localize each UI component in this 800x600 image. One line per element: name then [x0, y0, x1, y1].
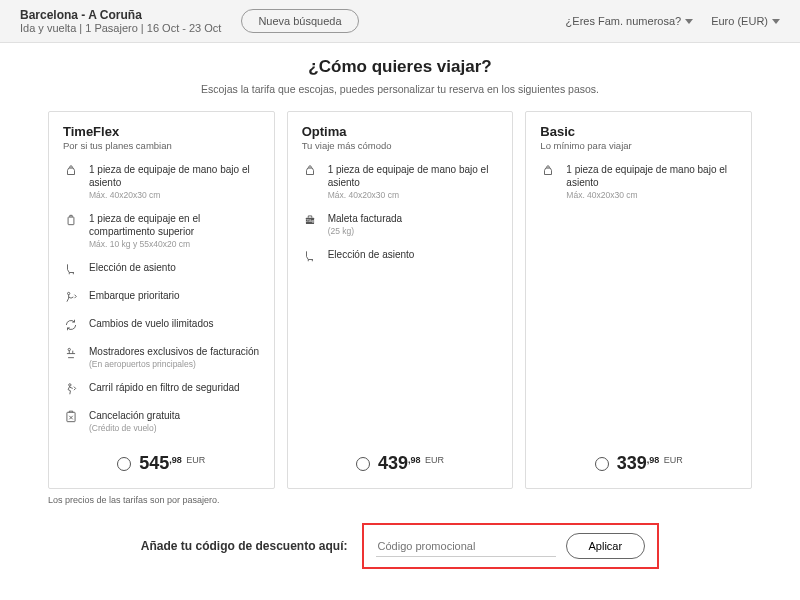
svg-text:25kg: 25kg: [306, 219, 314, 223]
promo-label: Añade tu código de descuento aquí:: [141, 539, 348, 553]
desk-icon: [63, 345, 79, 361]
page-title: ¿Cómo quieres viajar?: [48, 57, 752, 77]
topbar-right: ¿Eres Fam. numerosa? Euro (EUR): [566, 15, 780, 27]
seat-icon: [302, 248, 318, 264]
feature-row: Elección de asiento: [63, 261, 260, 277]
fare-card[interactable]: BasicLo mínimo para viajar1 pieza de equ…: [525, 111, 752, 489]
feature-text: 1 pieza de equipaje de mano bajo el asie…: [328, 163, 499, 189]
fast-lane-icon: [63, 381, 79, 397]
price-row[interactable]: 439,98 EUR: [302, 453, 499, 474]
bag-under-seat-icon: [302, 163, 318, 179]
feature-text: Embarque prioritario: [89, 289, 180, 302]
promo-section: Añade tu código de descuento aquí: Aplic…: [48, 523, 752, 569]
topbar-left: Barcelona - A Coruña Ida y vuelta | 1 Pa…: [20, 8, 359, 34]
fare-tagline: Por si tus planes cambian: [63, 140, 260, 151]
currency-label: Euro (EUR): [711, 15, 768, 27]
feature-row: 1 pieza de equipaje en el compartimento …: [63, 212, 260, 249]
fare-radio[interactable]: [356, 457, 370, 471]
feature-text: Maleta facturada: [328, 212, 403, 225]
fare-tagline: Lo mínimo para viajar: [540, 140, 737, 151]
feature-subtext: Máx. 10 kg y 55x40x20 cm: [89, 239, 260, 249]
feature-subtext: Máx. 40x20x30 cm: [328, 190, 499, 200]
changes-icon: [63, 317, 79, 333]
price-integer: 339: [617, 453, 647, 473]
feature-row: Embarque prioritario: [63, 289, 260, 305]
feature-text: 1 pieza de equipaje de mano bajo el asie…: [566, 163, 737, 189]
price-footnote: Los precios de las tarifas son por pasaj…: [48, 495, 752, 505]
svg-rect-0: [68, 217, 74, 225]
fare-card[interactable]: TimeFlexPor si tus planes cambian1 pieza…: [48, 111, 275, 489]
trip-route: Barcelona - A Coruña: [20, 8, 221, 22]
price-integer: 439: [378, 453, 408, 473]
priority-icon: [63, 289, 79, 305]
feature-row: 1 pieza de equipaje de mano bajo el asie…: [302, 163, 499, 200]
page-subtitle: Escojas la tarifa que escojas, puedes pe…: [48, 83, 752, 95]
large-family-label: ¿Eres Fam. numerosa?: [566, 15, 682, 27]
price-decimal: ,98: [408, 455, 421, 465]
trip-details: Ida y vuelta | 1 Pasajero | 16 Oct - 23 …: [20, 22, 221, 34]
feature-subtext: Máx. 40x20x30 cm: [566, 190, 737, 200]
svg-point-3: [69, 384, 71, 386]
fare-cards: TimeFlexPor si tus planes cambian1 pieza…: [48, 111, 752, 489]
fare-radio[interactable]: [117, 457, 131, 471]
seat-icon: [63, 261, 79, 277]
bag-under-seat-icon: [63, 163, 79, 179]
bag-under-seat-icon: [540, 163, 556, 179]
trip-summary: Barcelona - A Coruña Ida y vuelta | 1 Pa…: [20, 8, 221, 34]
feature-subtext: (En aeropuertos principales): [89, 359, 259, 369]
feature-text: Elección de asiento: [89, 261, 176, 274]
feature-row: 25kgMaleta facturada(25 kg): [302, 212, 499, 236]
svg-point-1: [68, 292, 70, 294]
price-currency: EUR: [664, 455, 683, 465]
price-row[interactable]: 545,98 EUR: [63, 453, 260, 474]
chevron-down-icon: [685, 19, 693, 24]
feature-subtext: (Crédito de vuelo): [89, 423, 180, 433]
svg-point-2: [68, 348, 70, 350]
cabin-bag-icon: [63, 212, 79, 228]
feature-row: Elección de asiento: [302, 248, 499, 264]
fare-name: TimeFlex: [63, 124, 260, 139]
feature-row: Cambios de vuelo ilimitados: [63, 317, 260, 333]
feature-text: 1 pieza de equipaje en el compartimento …: [89, 212, 260, 238]
feature-text: Mostradores exclusivos de facturación: [89, 345, 259, 358]
fare-card[interactable]: OptimaTu viaje más cómodo1 pieza de equi…: [287, 111, 514, 489]
feature-text: Cancelación gratuita: [89, 409, 180, 422]
apply-button[interactable]: Aplicar: [566, 533, 646, 559]
price-decimal: ,98: [169, 455, 182, 465]
feature-text: Cambios de vuelo ilimitados: [89, 317, 214, 330]
feature-row: 1 pieza de equipaje de mano bajo el asie…: [540, 163, 737, 200]
cancel-icon: [63, 409, 79, 425]
currency-dropdown[interactable]: Euro (EUR): [711, 15, 780, 27]
checked-bag-icon: 25kg: [302, 212, 318, 228]
feature-subtext: Máx. 40x20x30 cm: [89, 190, 260, 200]
chevron-down-icon: [772, 19, 780, 24]
fare-tagline: Tu viaje más cómodo: [302, 140, 499, 151]
price-currency: EUR: [425, 455, 444, 465]
fare-radio[interactable]: [595, 457, 609, 471]
new-search-button[interactable]: Nueva búsqueda: [241, 9, 358, 33]
feature-text: Carril rápido en filtro de seguridad: [89, 381, 240, 394]
feature-row: Mostradores exclusivos de facturación(En…: [63, 345, 260, 369]
large-family-dropdown[interactable]: ¿Eres Fam. numerosa?: [566, 15, 694, 27]
price-currency: EUR: [186, 455, 205, 465]
promo-code-input[interactable]: [376, 536, 556, 557]
fare-name: Optima: [302, 124, 499, 139]
price-row[interactable]: 339,98 EUR: [540, 453, 737, 474]
topbar: Barcelona - A Coruña Ida y vuelta | 1 Pa…: [0, 0, 800, 43]
price-decimal: ,98: [647, 455, 660, 465]
fare-name: Basic: [540, 124, 737, 139]
feature-subtext: (25 kg): [328, 226, 403, 236]
feature-text: 1 pieza de equipaje de mano bajo el asie…: [89, 163, 260, 189]
main-content: ¿Cómo quieres viajar? Escojas la tarifa …: [0, 43, 800, 569]
feature-row: Carril rápido en filtro de seguridad: [63, 381, 260, 397]
price-integer: 545: [139, 453, 169, 473]
feature-row: 1 pieza de equipaje de mano bajo el asie…: [63, 163, 260, 200]
feature-row: Cancelación gratuita(Crédito de vuelo): [63, 409, 260, 433]
feature-text: Elección de asiento: [328, 248, 415, 261]
promo-highlight-box: Aplicar: [362, 523, 660, 569]
